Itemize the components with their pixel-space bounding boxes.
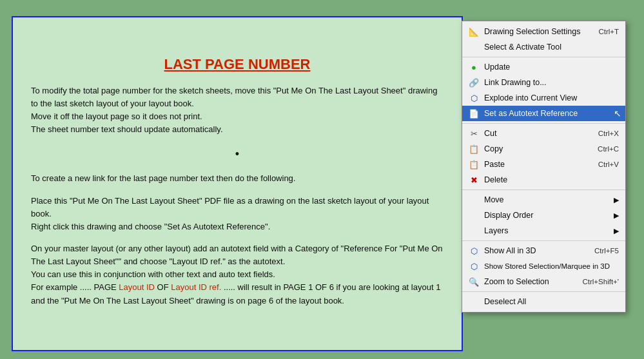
menu-item-update[interactable]: ● Update — [462, 59, 625, 75]
shortcut-copy: Ctrl+C — [598, 145, 619, 153]
menu-item-link-drawing[interactable]: 🔗 Link Drawing to... — [462, 75, 625, 90]
menu-label-explode: Explode into Current View — [484, 93, 619, 102]
show-stored-icon: ⬡ — [467, 261, 480, 271]
document-page: LAST PAGE NUMBER To modify the total pag… — [12, 16, 463, 351]
menu-item-copy[interactable]: 📋 Copy Ctrl+C — [462, 141, 625, 157]
drawing-selection-icon: 📐 — [467, 26, 480, 37]
bullet: • — [31, 146, 444, 164]
document-title: LAST PAGE NUMBER — [13, 56, 462, 73]
menu-label-deselect-all: Deselect All — [484, 297, 619, 306]
menu-item-layers[interactable]: Layers ▶ — [462, 223, 625, 238]
shortcut-cut: Ctrl+X — [598, 130, 619, 137]
menu-label-show-all-3d: Show All in 3D — [484, 246, 587, 255]
canvas-area: LAST PAGE NUMBER To modify the total pag… — [0, 0, 644, 359]
menu-item-paste[interactable]: 📋 Paste Ctrl+V — [462, 157, 625, 172]
menu-item-cut[interactable]: ✂ Cut Ctrl+X — [462, 126, 625, 141]
menu-label-drawing-selection-settings: Drawing Selection Settings — [484, 27, 590, 36]
menu-label-cut: Cut — [484, 129, 590, 138]
context-menu: 📐 Drawing Selection Settings Ctrl+T Sele… — [462, 21, 626, 313]
delete-icon: ✖ — [467, 175, 480, 185]
deselect-all-icon — [467, 296, 480, 307]
menu-item-drawing-selection-settings[interactable]: 📐 Drawing Selection Settings Ctrl+T — [462, 24, 625, 39]
cut-icon: ✂ — [467, 128, 480, 139]
menu-label-set-autotext: Set as Autotext Reference — [484, 109, 619, 118]
move-arrow: ▶ — [614, 196, 619, 204]
shortcut-drawing-selection: Ctrl+T — [598, 28, 619, 35]
menu-item-explode[interactable]: ⬡ Explode into Current View — [462, 90, 625, 106]
menu-item-delete[interactable]: ✖ Delete — [462, 172, 625, 188]
paragraph-4: On your master layout (or any other layo… — [31, 242, 444, 307]
layers-arrow: ▶ — [614, 227, 619, 235]
cursor-indicator: ↖ — [614, 108, 621, 119]
menu-item-show-all-3d[interactable]: ⬡ Show All in 3D Ctrl+F5 — [462, 243, 625, 258]
separator-2 — [462, 123, 625, 124]
move-icon — [467, 195, 480, 205]
menu-label-select-activate: Select & Activate Tool — [484, 43, 619, 52]
separator-1 — [462, 57, 625, 57]
menu-item-deselect-all[interactable]: Deselect All — [462, 294, 625, 309]
menu-label-delete: Delete — [484, 175, 619, 184]
menu-item-display-order[interactable]: Display Order ▶ — [462, 208, 625, 223]
menu-label-update: Update — [484, 63, 619, 72]
menu-item-move[interactable]: Move ▶ — [462, 192, 625, 208]
menu-label-link-drawing: Link Drawing to... — [484, 78, 619, 87]
separator-3 — [462, 189, 625, 190]
display-order-icon — [467, 210, 480, 220]
separator-4 — [462, 240, 625, 241]
paragraph-1: To modify the total page number for the … — [31, 84, 444, 137]
document-body: To modify the total page number for the … — [13, 84, 462, 307]
zoom-selection-icon: 🔍 — [467, 277, 480, 287]
select-activate-icon — [467, 42, 480, 52]
link-drawing-icon: 🔗 — [467, 77, 480, 88]
shortcut-zoom-selection: Ctrl+Shift+' — [582, 278, 619, 286]
layers-icon — [467, 226, 480, 236]
set-autotext-icon: 📄 — [467, 108, 480, 119]
display-order-arrow: ▶ — [614, 211, 619, 220]
inline-red-2: Layout ID ref. — [171, 282, 221, 292]
paste-icon: 📋 — [467, 159, 480, 170]
copy-icon: 📋 — [467, 144, 480, 154]
menu-label-move: Move — [484, 195, 610, 204]
menu-label-paste: Paste — [484, 160, 590, 169]
separator-5 — [462, 291, 625, 292]
menu-item-set-autotext[interactable]: 📄 Set as Autotext Reference ↖ — [462, 106, 625, 121]
show-all-3d-icon: ⬡ — [467, 246, 480, 256]
shortcut-paste: Ctrl+V — [598, 160, 619, 168]
update-icon: ● — [467, 62, 480, 72]
menu-label-layers: Layers — [484, 226, 610, 235]
shortcut-show-all-3d: Ctrl+F5 — [594, 247, 619, 255]
paragraph-3: Place this "Put Me On The Last Layout Sh… — [31, 195, 444, 233]
menu-item-show-stored[interactable]: ⬡ Show Stored Selection/Marquee in 3D — [462, 258, 625, 274]
menu-item-zoom-selection[interactable]: 🔍 Zoom to Selection Ctrl+Shift+' — [462, 274, 625, 289]
menu-label-zoom-selection: Zoom to Selection — [484, 277, 574, 286]
paragraph-2: To create a new link for the last page n… — [31, 172, 444, 185]
menu-item-select-activate[interactable]: Select & Activate Tool — [462, 39, 625, 55]
explode-icon: ⬡ — [467, 93, 480, 103]
menu-label-copy: Copy — [484, 144, 590, 153]
menu-label-display-order: Display Order — [484, 211, 610, 220]
menu-label-show-stored: Show Stored Selection/Marquee in 3D — [484, 262, 619, 270]
inline-red-1: Layout ID — [119, 282, 155, 292]
